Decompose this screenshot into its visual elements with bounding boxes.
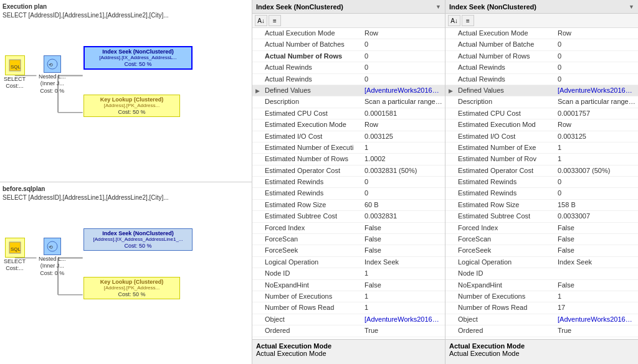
svg-text:⟲: ⟲	[49, 245, 53, 250]
prop-row[interactable]: ForceScan False	[445, 234, 638, 245]
prop-row[interactable]: Ordered True	[445, 325, 638, 337]
prop-row[interactable]: Actual Number of Batches 0	[252, 39, 445, 50]
categorized-sort-btn-2[interactable]: ≡	[462, 15, 474, 26]
prop-row[interactable]: Estimated Operator Cost 0.0033007 (50%)	[445, 166, 638, 177]
prop-row[interactable]: Estimated I/O Cost 0.003125	[252, 131, 445, 142]
panel-footer-1: Actual Execution Mode Actual Execution M…	[252, 339, 445, 364]
prop-row[interactable]: Number of Rows Read 17	[445, 302, 638, 314]
prop-row[interactable]: Node ID 1	[252, 268, 445, 279]
prop-row[interactable]: Estimated Rewinds 0	[252, 188, 445, 199]
prop-row[interactable]: Ordered True	[252, 325, 445, 337]
prop-row[interactable]: ForceScan False	[252, 234, 445, 245]
prop-row[interactable]: Estimated I/O Cost 0.003125	[445, 131, 638, 142]
prop-row[interactable]: NoExpandHint False	[252, 280, 445, 291]
key-lookup-top[interactable]: Key Lookup (Clustered) [Address].[PK_Add…	[83, 95, 180, 117]
categorized-sort-btn-1[interactable]: ≡	[269, 15, 281, 26]
bottom-execution-plan: before.sqlplan SELECT [AddressID],[Addre…	[0, 182, 252, 364]
panel-header-2: Index Seek (NonClustered) ▼	[445, 0, 638, 14]
prop-row[interactable]: Description Scan a particular range of r…	[445, 96, 638, 108]
prop-row[interactable]: Estimated Execution Mod Row	[445, 119, 638, 131]
prop-row[interactable]: Actual Rewinds 0	[445, 62, 638, 73]
prop-row[interactable]: Estimated CPU Cost 0.0001581	[252, 108, 445, 119]
properties-table-2: Actual Execution Mode Row Actual Number …	[445, 28, 638, 339]
alphabetical-sort-btn-1[interactable]: A↓	[255, 15, 267, 26]
svg-text:SQL: SQL	[11, 246, 21, 252]
prop-row[interactable]: Actual Rewinds 0	[252, 74, 445, 85]
prop-row[interactable]: Actual Rewinds 0	[445, 74, 638, 85]
prop-row[interactable]: Estimated Number of Rows 1.0002	[252, 154, 445, 165]
execution-plan-panel: Execution plan SELECT [AddressID],[Addre…	[0, 0, 252, 364]
prop-row[interactable]: Description Scan a particular range of r…	[252, 96, 445, 108]
prop-row[interactable]: Actual Number of Rows 0	[445, 51, 638, 62]
top-execution-plan: Execution plan SELECT [AddressID],[Addre…	[0, 0, 252, 182]
properties-panel-2: Index Seek (NonClustered) ▼ A↓ ≡ Actual …	[445, 0, 638, 364]
prop-row[interactable]: Estimated Rewinds 0	[445, 177, 638, 188]
prop-row[interactable]: Estimated Execution Mode Row	[252, 119, 445, 131]
prop-row[interactable]: Estimated Number of Rov 1	[445, 154, 638, 165]
prop-row[interactable]: Forced Index False	[445, 223, 638, 234]
svg-text:SQL: SQL	[11, 64, 21, 70]
prop-row[interactable]: Estimated Number of Exe 1	[445, 142, 638, 154]
prop-row[interactable]: Object [AdventureWorks2016CTP3].[Pers	[445, 314, 638, 325]
prop-row[interactable]: Estimated Row Size 158 B	[445, 200, 638, 211]
prop-row[interactable]: Actual Number of Batche 0	[445, 39, 638, 50]
alphabetical-sort-btn-2[interactable]: A↓	[448, 15, 460, 26]
prop-row[interactable]: Actual Execution Mode Row	[252, 28, 445, 39]
prop-row[interactable]: Estimated Operator Cost 0.0032831 (50%)	[252, 166, 445, 177]
prop-row[interactable]: Node ID	[445, 268, 638, 279]
prop-row[interactable]: ForceSeek False	[445, 245, 638, 256]
key-lookup-bottom[interactable]: Key Lookup (Clustered) [Address].[PK_Add…	[83, 277, 180, 299]
prop-row[interactable]: Estimated Subtree Cost 0.0033007	[445, 211, 638, 222]
plan-title-top: Execution plan SELECT [AddressID],[Addre…	[2, 2, 249, 20]
index-seek-node-bottom[interactable]: Index Seek (NonClustered) [Address].[IX_…	[83, 228, 193, 251]
plan-canvas-bottom: SQL SELECTCost:... ⟲ Nested L...(Inner J…	[2, 203, 249, 362]
prop-row[interactable]: Estimated Subtree Cost 0.0032831	[252, 211, 445, 222]
prop-row[interactable]: Estimated CPU Cost 0.0001757	[445, 108, 638, 119]
prop-row[interactable]: Estimated Number of Executi 1	[252, 142, 445, 154]
prop-row[interactable]: Number of Rows Read 1	[252, 302, 445, 314]
prop-row[interactable]: Number of Executions 1	[252, 291, 445, 302]
prop-row[interactable]: ForceSeek False	[252, 245, 445, 256]
properties-panel-1: Index Seek (NonClustered) ▼ A↓ ≡ Actual …	[252, 0, 445, 364]
index-seek-node-top[interactable]: Index Seek (NonClustered) [Address].[IX_…	[83, 46, 193, 70]
prop-row[interactable]: Forced Index False	[252, 223, 445, 234]
nested-loop-top[interactable]: ⟲ Nested L...(Inner J... Cost: 0 %	[39, 55, 66, 94]
panel-toolbar-1: A↓ ≡	[252, 14, 445, 28]
nested-loop-bottom[interactable]: ⟲ Nested L...(Inner J... Cost: 0 %	[39, 238, 66, 276]
prop-row[interactable]: Actual Rewinds 0	[252, 62, 445, 73]
panel-header-1: Index Seek (NonClustered) ▼	[252, 0, 445, 14]
prop-row-defined-values[interactable]: ▶ Defined Values [AdventureWorks2016CTP3…	[252, 85, 445, 96]
prop-row[interactable]: Estimated Row Size 60 B	[252, 200, 445, 211]
right-panels: Index Seek (NonClustered) ▼ A↓ ≡ Actual …	[252, 0, 638, 364]
select-node-bottom[interactable]: SQL SELECTCost:...	[4, 238, 26, 272]
prop-row[interactable]: Actual Execution Mode Row	[445, 28, 638, 39]
properties-table-1: Actual Execution Mode Row Actual Number …	[252, 28, 445, 339]
prop-row-actual-rows[interactable]: Actual Number of Rows 0	[252, 51, 445, 62]
prop-row[interactable]: Object [AdventureWorks2016CTP3].[Person]…	[252, 314, 445, 325]
svg-text:⟲: ⟲	[49, 62, 53, 68]
prop-row[interactable]: Estimated Rewinds 0	[252, 177, 445, 188]
prop-row[interactable]: NoExpandHint False	[445, 280, 638, 291]
select-node-top[interactable]: SQL SELECTCost:...	[4, 55, 26, 90]
panel-footer-2: Actual Execution Mode Actual Execution M…	[445, 339, 638, 364]
prop-row-defined-values-2[interactable]: ▶ Defined Values [AdventureWorks2016CTP3…	[445, 85, 638, 96]
prop-row[interactable]: Number of Executions 1	[445, 291, 638, 302]
prop-row[interactable]: Logical Operation Index Seek	[445, 257, 638, 268]
plan-title-bottom: before.sqlplan SELECT [AddressID],[Addre…	[2, 185, 249, 202]
plan-canvas-top: SQL SELECTCost:... ⟲ Nested L...(Inner J…	[2, 21, 249, 179]
panel-toolbar-2: A↓ ≡	[445, 14, 638, 28]
prop-row[interactable]: Estimated Rewinds 0	[445, 188, 638, 199]
prop-row[interactable]: Logical Operation Index Seek	[252, 257, 445, 268]
